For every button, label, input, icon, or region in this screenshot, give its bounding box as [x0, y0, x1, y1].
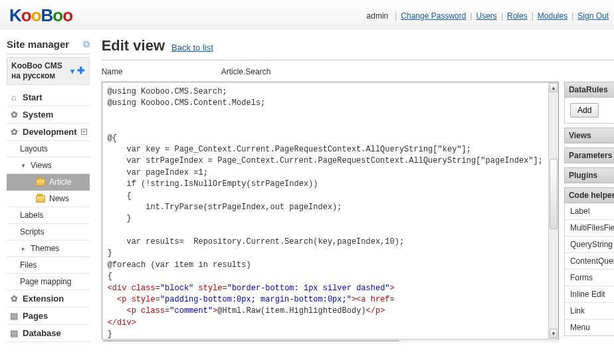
- code-helper-item[interactable]: Menu▷: [565, 319, 614, 335]
- code-helper-item[interactable]: ContentQuery▷: [565, 253, 614, 270]
- gear-icon: ✿: [9, 110, 19, 120]
- pages-icon: ▤: [9, 311, 19, 321]
- folder-icon: [36, 179, 45, 186]
- tree-toggle-icon[interactable]: ▸: [20, 244, 27, 253]
- nav-themes[interactable]: ▸Themes: [7, 240, 90, 257]
- link-users[interactable]: Users: [476, 11, 497, 21]
- page-title: Edit view: [102, 37, 165, 54]
- collapse-icon[interactable]: −: [81, 129, 87, 135]
- database-icon: ▤: [9, 328, 19, 338]
- add-button[interactable]: Add: [570, 103, 599, 118]
- link-roles[interactable]: Roles: [507, 11, 528, 21]
- chevron-down-icon: ▾: [70, 66, 74, 76]
- nav-views-article[interactable]: Article: [7, 174, 90, 191]
- nav-pages[interactable]: ▤Pages: [7, 308, 90, 325]
- folder-icon: [36, 195, 45, 203]
- nav-layouts[interactable]: Layouts: [7, 141, 90, 157]
- sitemap-icon[interactable]: ⧉: [83, 39, 90, 50]
- nav-start[interactable]: ⌂Start: [7, 89, 90, 106]
- current-user: admin: [367, 11, 389, 21]
- sidebar-title: Site manager: [7, 39, 69, 50]
- header-links: admin | Change Password| Users| Roles| M…: [367, 11, 609, 21]
- vertical-scrollbar[interactable]: ▲ ▼: [548, 82, 558, 339]
- home-icon: ⌂: [9, 92, 19, 102]
- nav-extension[interactable]: ✿Extension: [7, 290, 90, 308]
- code-helper-item[interactable]: Forms▷: [565, 270, 614, 286]
- tree-toggle-icon[interactable]: ▾: [20, 161, 27, 170]
- code-helper-item[interactable]: QueryString: [565, 236, 614, 253]
- site-name: KooBoo CMS на русском: [11, 61, 70, 81]
- code-helper-item[interactable]: Label: [565, 203, 614, 220]
- panel-header-datarules[interactable]: DataRules▴: [564, 82, 614, 98]
- horizontal-scrollbar[interactable]: [102, 339, 558, 342]
- panel-header-views[interactable]: Views▾: [564, 128, 614, 143]
- name-value: Article.Search: [221, 67, 271, 76]
- add-site-icon[interactable]: ✚: [77, 65, 85, 77]
- nav-database[interactable]: ▤Database: [7, 325, 90, 342]
- code-content[interactable]: @using Kooboo.CMS.Search; @using Kooboo.…: [102, 82, 548, 339]
- code-helper-list: LabelMultiFilesFieldQueryStringContentQu…: [564, 203, 614, 336]
- nav-views[interactable]: ▾Views: [7, 157, 90, 174]
- link-modules[interactable]: Modules: [538, 11, 567, 21]
- nav-system[interactable]: ✿System: [7, 106, 90, 124]
- link-sign-out[interactable]: Sign Out: [577, 11, 609, 21]
- side-panels: DataRules▴ Add Views▾ Parameters▾ Plugin…: [564, 82, 614, 339]
- code-editor[interactable]: @using Kooboo.CMS.Search; @using Kooboo.…: [102, 82, 559, 339]
- nav-labels[interactable]: Labels: [7, 207, 90, 224]
- scroll-thumb[interactable]: [550, 159, 558, 229]
- site-selector[interactable]: KooBoo CMS на русском ▾ ✚: [7, 57, 90, 85]
- link-change-password[interactable]: Change Password: [401, 11, 466, 21]
- code-helper-item[interactable]: Inline Edit▷: [565, 286, 614, 303]
- sidebar: Site manager ⧉ KooBoo CMS на русском ▾ ✚…: [0, 29, 94, 349]
- logo: KooBoo: [9, 5, 72, 26]
- scroll-down-icon[interactable]: ▼: [550, 329, 558, 338]
- name-label: Name: [102, 67, 221, 76]
- app-header: KooBoo admin | Change Password| Users| R…: [0, 0, 614, 29]
- dev-icon: ✿: [9, 127, 19, 137]
- back-link[interactable]: Back to list: [171, 43, 213, 52]
- nav-page-mapping[interactable]: Page mapping: [7, 274, 90, 290]
- panel-header-parameters[interactable]: Parameters▾: [564, 147, 614, 163]
- code-helper-item[interactable]: MultiFilesField: [565, 220, 614, 236]
- nav-files[interactable]: Files: [7, 257, 90, 274]
- scroll-thumb[interactable]: [103, 340, 399, 341]
- panel-header-codehelper[interactable]: Code helper▴: [564, 187, 614, 203]
- panel-datarules: DataRules▴ Add: [564, 82, 614, 124]
- nav-development[interactable]: ✿Development−: [7, 124, 90, 141]
- nav-tree: ⌂Start ✿System ✿Development− Layouts ▾Vi…: [7, 89, 90, 342]
- nav-views-news[interactable]: News: [7, 191, 90, 207]
- scroll-up-icon[interactable]: ▲: [550, 83, 558, 92]
- panel-codehelper: Code helper▴ LabelMultiFilesFieldQuerySt…: [564, 187, 614, 336]
- panel-header-plugins[interactable]: Plugins▾: [564, 167, 614, 183]
- extension-icon: ✿: [9, 294, 19, 304]
- nav-scripts[interactable]: Scripts: [7, 224, 90, 240]
- code-helper-item[interactable]: Link▷: [565, 303, 614, 319]
- main-content: Edit view Back to list Name Article.Sear…: [94, 29, 614, 349]
